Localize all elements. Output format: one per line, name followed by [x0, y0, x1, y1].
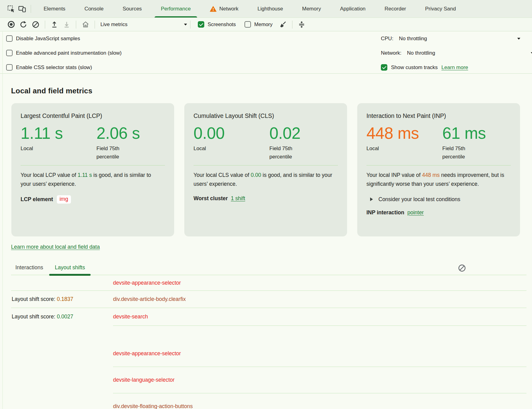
inspect-element-button[interactable] [6, 3, 17, 14]
show-custom-tracks-label[interactable]: Show custom tracks [391, 64, 438, 71]
layout-shifts-table: devsite-appearance-selector Layout shift… [0, 275, 532, 409]
inp-local-conditions-expander[interactable]: Consider your local test conditions [366, 196, 511, 203]
clear-log-button[interactable] [458, 264, 466, 272]
custom-tracks-learn-more-link[interactable]: Learn more [441, 64, 468, 71]
css-selector-stats-checkbox[interactable] [6, 64, 13, 71]
lcp-element-node-link[interactable]: img [57, 195, 71, 204]
card-divider [366, 165, 511, 166]
layout-shift-row: Layout shift score: 0.0027 devsite-searc… [0, 308, 532, 325]
css-selector-stats-row: Enable CSS selector stats (slow) [6, 60, 122, 75]
element-node-link[interactable]: devsite-appearance-selector [113, 280, 181, 286]
cls-worst-cluster-row: Worst cluster 1 shift [194, 195, 338, 202]
card-divider [194, 165, 338, 166]
collapse-icon [298, 21, 306, 29]
cpu-throttling-select[interactable]: No throttling [399, 36, 427, 42]
upload-icon [50, 21, 58, 29]
element-node-link[interactable]: devsite-language-selector [113, 377, 174, 383]
tab-label: Sources [123, 6, 142, 12]
tab-label: Memory [302, 6, 321, 12]
memory-checkbox[interactable] [244, 21, 251, 28]
gc-collect-button[interactable] [277, 19, 289, 30]
cls-field-label: Field 75th percentile [269, 145, 306, 161]
tab-recorder[interactable]: Recorder [375, 0, 416, 18]
tab-application[interactable]: Application [331, 0, 375, 18]
expander-triangle-icon [370, 197, 373, 201]
advanced-paint-checkbox[interactable] [6, 50, 13, 56]
local-field-learn-more-link[interactable]: Learn more about local and field data [11, 244, 100, 250]
layout-shift-row: devsite-appearance-selector [0, 275, 532, 290]
cls-worst-cluster-link[interactable]: 1 shift [231, 195, 245, 202]
tabbar-separator [31, 5, 31, 13]
record-button[interactable] [5, 19, 17, 30]
tab-label: Lighthouse [257, 6, 283, 12]
tab-layout-shifts[interactable]: Layout shifts [55, 264, 85, 275]
element-node-link[interactable]: div.devsite-article-body.clearfix [113, 296, 186, 302]
cls-local-label: Local [194, 145, 230, 153]
tab-privacy-sandbox[interactable]: Privacy Sand [416, 0, 465, 18]
advanced-paint-label[interactable]: Enable advanced paint instrumentation (s… [16, 50, 122, 56]
element-node-link[interactable]: devsite-appearance-selector [113, 350, 181, 357]
tab-label: Performance [161, 6, 191, 12]
tab-console[interactable]: Console [75, 0, 113, 18]
logs-tabbar: Interactions Layout shifts [15, 264, 526, 275]
network-throttling-select[interactable]: No throttling [407, 50, 435, 56]
inp-interaction-link[interactable]: pointer [407, 209, 424, 216]
chevron-down-icon[interactable] [517, 38, 520, 40]
tab-network[interactable]: Network [200, 0, 248, 18]
css-selector-stats-label[interactable]: Enable CSS selector stats (slow) [16, 64, 92, 71]
element-node-link[interactable]: devsite-search [113, 314, 148, 320]
cpu-throttling-row: CPU: No throttling [381, 31, 532, 46]
upload-profile-button[interactable] [48, 19, 61, 30]
tab-lighthouse[interactable]: Lighthouse [248, 0, 292, 18]
tab-elements[interactable]: Elements [34, 0, 75, 18]
disable-js-samples-checkbox[interactable] [6, 35, 13, 42]
device-toolbar-button[interactable] [17, 3, 28, 14]
inp-interaction-row: INP interaction pointer [366, 209, 511, 216]
download-profile-button[interactable] [61, 19, 73, 30]
chevron-down-icon [184, 24, 187, 25]
home-button[interactable] [79, 19, 92, 30]
tab-sources[interactable]: Sources [113, 0, 151, 18]
chevron-down-icon[interactable] [531, 52, 532, 54]
cls-field-value: 0.02 [269, 124, 345, 142]
network-label: Network: [381, 50, 401, 56]
lcp-card: Largest Contentful Paint (LCP) 1.11 s Lo… [11, 103, 174, 236]
cpu-label: CPU: [381, 36, 393, 42]
layout-shift-score: Layout shift score: 0.1837 [12, 296, 113, 302]
row-spacer [0, 326, 532, 341]
toolbar-separator [76, 21, 76, 29]
lcp-local-value: 1.11 s [21, 124, 96, 142]
inspect-cursor-icon [7, 5, 15, 13]
clear-button[interactable] [29, 19, 42, 30]
screenshots-checkbox-row: Screenshots [198, 21, 236, 28]
toolbar-separator [190, 21, 190, 29]
inp-description: Your local INP value of 448 ms needs imp… [366, 171, 505, 189]
tab-interactions[interactable]: Interactions [15, 264, 43, 275]
tab-label: Layout shifts [55, 264, 85, 271]
inp-inline-value: 448 ms [422, 172, 440, 178]
reload-and-record-button[interactable] [17, 19, 29, 30]
panel-mode-select[interactable]: Live metrics [100, 21, 187, 27]
lcp-card-title: Largest Contentful Paint (LCP) [21, 112, 165, 119]
layout-shift-row: devsite-language-selector [0, 367, 532, 393]
screenshots-label[interactable]: Screenshots [208, 21, 236, 27]
tab-label: Recorder [385, 6, 406, 12]
tab-memory[interactable]: Memory [293, 0, 331, 18]
layout-shift-row: devsite-appearance-selector [0, 341, 532, 367]
inp-local-label: Local [366, 145, 403, 153]
block-icon [458, 264, 466, 272]
capture-settings: Disable JavaScript samples Enable advanc… [0, 31, 532, 74]
disable-js-samples-label[interactable]: Disable JavaScript samples [16, 36, 80, 42]
network-throttling-row: Network: No throttling [381, 46, 532, 60]
score-value: 0.0027 [57, 314, 73, 320]
card-divider [21, 165, 165, 166]
tab-performance[interactable]: Performance [151, 0, 200, 18]
element-node-link[interactable]: div.devsite-floating-action-buttons [113, 403, 193, 409]
screenshots-checkbox[interactable] [198, 21, 204, 28]
show-custom-tracks-checkbox[interactable] [381, 64, 387, 71]
collapse-sections-button[interactable] [295, 19, 308, 30]
metric-cards: Largest Contentful Paint (LCP) 1.11 s Lo… [11, 103, 521, 236]
lcp-field-label: Field 75th percentile [96, 145, 133, 161]
memory-label[interactable]: Memory [254, 21, 273, 27]
inp-local-value: 448 ms [366, 124, 442, 142]
